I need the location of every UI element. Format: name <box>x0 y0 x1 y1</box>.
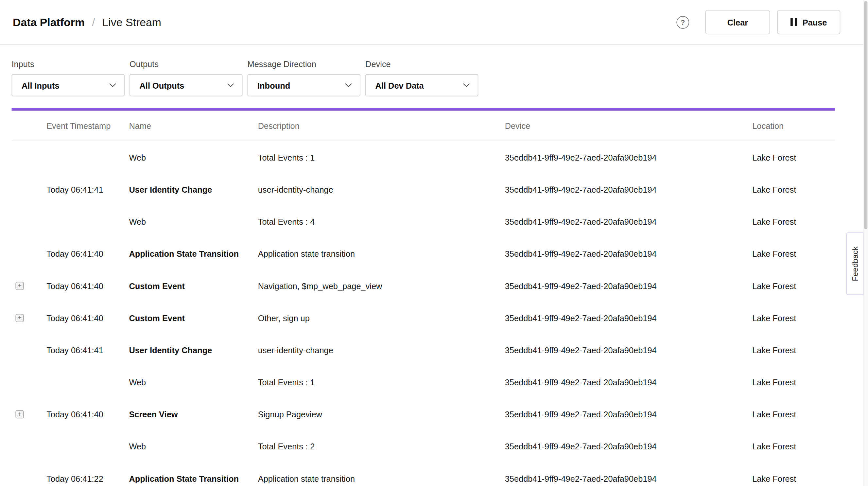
col-event-timestamp: Event Timestamp <box>46 121 129 130</box>
breadcrumb-data-platform[interactable]: Data Platform <box>13 16 85 28</box>
filter-message-direction: Message Direction Inbound <box>248 59 361 96</box>
table-row[interactable]: + Today 06:41:40 Application State Trans… <box>12 238 835 270</box>
table-body: + Web Total Events : 1 35eddb41-9ff9-49e… <box>12 141 835 486</box>
event-description: user-identity-change <box>258 184 505 194</box>
event-device: 35eddb41-9ff9-49e2-7aed-20afa90eb194 <box>505 377 752 387</box>
event-name: Custom Event <box>129 281 258 291</box>
expand-cell: + <box>12 185 47 193</box>
table-row[interactable]: + Web Total Events : 1 35eddb41-9ff9-49e… <box>12 366 835 398</box>
table-row[interactable]: + Today 06:41:40 Custom Event Other, sig… <box>12 302 835 334</box>
table-row[interactable]: + Web Total Events : 1 35eddb41-9ff9-49e… <box>12 141 835 173</box>
event-name: Web <box>129 152 258 162</box>
table-row[interactable]: + Web Total Events : 2 35eddb41-9ff9-49e… <box>12 430 835 462</box>
event-description: Total Events : 2 <box>258 442 505 451</box>
chevron-down-icon <box>463 83 470 88</box>
event-description: Other, sign up <box>258 313 505 323</box>
table-row[interactable]: + Today 06:41:40 Custom Event Navigation… <box>12 270 835 302</box>
event-name: Screen View <box>129 409 258 419</box>
event-device: 35eddb41-9ff9-49e2-7aed-20afa90eb194 <box>505 152 752 162</box>
expand-icon[interactable]: + <box>16 314 24 322</box>
pause-icon <box>790 18 797 26</box>
scrollbar-thumb[interactable] <box>864 1 867 229</box>
event-location: Lake Forest <box>752 474 835 483</box>
plus-glyph: + <box>18 411 22 417</box>
event-name: Application State Transition <box>129 249 258 259</box>
event-timestamp: Today 06:41:22 <box>46 474 129 483</box>
filter-label: Outputs <box>129 59 242 69</box>
filter-label: Device <box>365 59 478 69</box>
events-table: Event Timestamp Name Description Device … <box>12 111 835 486</box>
event-name: Custom Event <box>129 313 258 323</box>
event-timestamp: Today 06:41:41 <box>46 345 129 355</box>
event-description: Application state transition <box>258 474 505 483</box>
filter-selected-value: Inbound <box>257 81 290 90</box>
filter-label: Message Direction <box>248 59 361 69</box>
event-timestamp: Today 06:41:40 <box>46 249 129 259</box>
filter-device: Device All Dev Data <box>365 59 478 96</box>
help-glyph: ? <box>681 18 685 26</box>
pause-button[interactable]: Pause <box>777 10 840 34</box>
event-location: Lake Forest <box>752 377 835 387</box>
top-bar-actions: ? Clear Pause <box>676 10 840 34</box>
chevron-down-icon <box>109 83 116 88</box>
filters-row: Inputs All Inputs Outputs All Outputs Me… <box>0 45 868 96</box>
feedback-tab[interactable]: Feedback <box>846 233 863 295</box>
table-row[interactable]: + Today 06:41:22 Application State Trans… <box>12 462 835 486</box>
event-device: 35eddb41-9ff9-49e2-7aed-20afa90eb194 <box>505 345 752 355</box>
event-location: Lake Forest <box>752 442 835 451</box>
plus-glyph: + <box>18 314 22 321</box>
expand-cell: + <box>12 346 47 354</box>
event-device: 35eddb41-9ff9-49e2-7aed-20afa90eb194 <box>505 184 752 194</box>
col-location: Location <box>752 121 835 130</box>
filter-select-inputs[interactable]: All Inputs <box>12 74 125 96</box>
event-name: Application State Transition <box>129 474 258 483</box>
table-row[interactable]: + Web Total Events : 4 35eddb41-9ff9-49e… <box>12 205 835 238</box>
event-description: user-identity-change <box>258 345 505 355</box>
table-row[interactable]: + Today 06:41:41 User Identity Change us… <box>12 173 835 205</box>
event-name: Web <box>129 377 258 387</box>
filter-inputs: Inputs All Inputs <box>12 59 125 96</box>
vertical-scrollbar[interactable] <box>863 0 868 486</box>
filter-selected-value: All Outputs <box>140 81 184 90</box>
filter-label: Inputs <box>12 59 125 69</box>
expand-cell: + <box>12 474 47 482</box>
clear-button[interactable]: Clear <box>705 10 770 34</box>
table-row[interactable]: + Today 06:41:41 User Identity Change us… <box>12 334 835 366</box>
help-icon[interactable]: ? <box>676 16 689 28</box>
event-device: 35eddb41-9ff9-49e2-7aed-20afa90eb194 <box>505 249 752 259</box>
event-location: Lake Forest <box>752 313 835 323</box>
expand-cell: + <box>12 378 47 386</box>
filter-outputs: Outputs All Outputs <box>129 59 242 96</box>
event-timestamp: Today 06:41:41 <box>46 184 129 194</box>
event-timestamp: Today 06:41:40 <box>46 281 129 291</box>
filter-select-message-direction[interactable]: Inbound <box>248 74 361 96</box>
breadcrumb-separator: / <box>92 16 95 28</box>
table-row[interactable]: + Today 06:41:40 Screen View Signup Page… <box>12 398 835 430</box>
event-name: Web <box>129 217 258 226</box>
filter-selected-value: All Dev Data <box>375 81 424 90</box>
event-description: Total Events : 1 <box>258 377 505 387</box>
event-name: Web <box>129 442 258 451</box>
event-device: 35eddb41-9ff9-49e2-7aed-20afa90eb194 <box>505 409 752 419</box>
event-location: Lake Forest <box>752 152 835 162</box>
event-location: Lake Forest <box>752 184 835 194</box>
event-location: Lake Forest <box>752 409 835 419</box>
event-location: Lake Forest <box>752 281 835 291</box>
expand-icon[interactable]: + <box>16 410 24 418</box>
filter-selected-value: All Inputs <box>22 81 60 90</box>
filter-select-outputs[interactable]: All Outputs <box>129 74 242 96</box>
event-description: Application state transition <box>258 249 505 259</box>
filter-select-device[interactable]: All Dev Data <box>365 74 478 96</box>
event-timestamp: Today 06:41:40 <box>46 313 129 323</box>
event-description: Total Events : 4 <box>258 217 505 226</box>
event-location: Lake Forest <box>752 217 835 226</box>
page-title: Live Stream <box>102 16 161 28</box>
expand-cell: + <box>12 153 47 161</box>
event-location: Lake Forest <box>752 249 835 259</box>
chevron-down-icon <box>227 83 234 88</box>
event-name: User Identity Change <box>129 345 258 355</box>
expand-icon[interactable]: + <box>16 282 24 290</box>
accent-bar <box>12 108 835 111</box>
pause-button-label: Pause <box>803 17 827 27</box>
expand-cell: + <box>12 314 47 322</box>
